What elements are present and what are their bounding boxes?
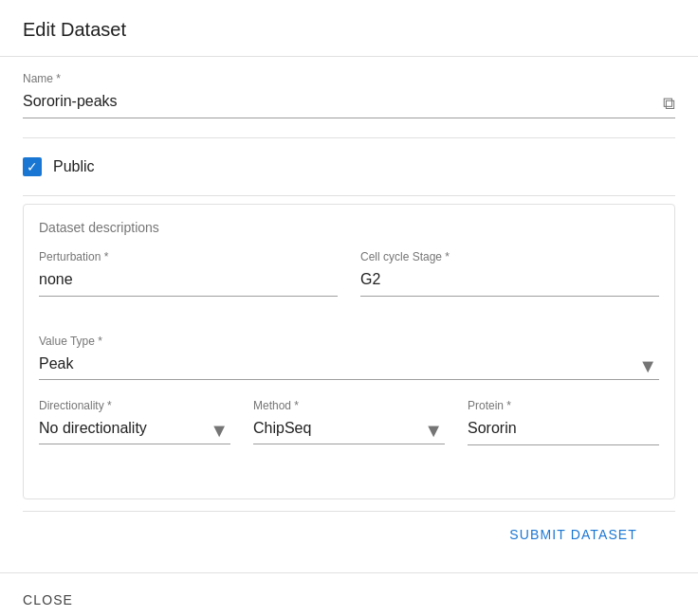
directionality-select[interactable]: No directionality (39, 416, 230, 440)
protein-field-group: Protein * (468, 399, 659, 445)
edit-icon: ⧉ (663, 94, 675, 114)
close-footer: CLOSE (0, 572, 698, 616)
name-field-group: Name * ⧉ (23, 72, 675, 118)
value-type-label: Value Type * (39, 335, 659, 348)
cell-cycle-stage-input-wrapper (360, 267, 659, 297)
submit-dataset-button[interactable]: SUBMIT DATASET (494, 519, 652, 550)
descriptions-section: Dataset descriptions Perturbation * Cell… (23, 204, 675, 499)
perturbation-input[interactable] (39, 267, 338, 292)
dialog-title: Edit Dataset (23, 19, 675, 41)
descriptions-section-title: Dataset descriptions (39, 220, 659, 235)
perturbation-label: Perturbation * (39, 250, 338, 263)
submit-footer: SUBMIT DATASET (23, 511, 675, 557)
method-select-wrapper: ChipSeq ▼ (253, 416, 445, 444)
directionality-select-wrapper: No directionality ▼ (39, 416, 230, 444)
divider-1 (23, 137, 675, 138)
divider-2 (23, 195, 675, 196)
perturbation-cellcycle-row: Perturbation * Cell cycle Stage * (39, 250, 659, 316)
public-checkbox-row[interactable]: ✓ Public (23, 146, 675, 188)
cell-cycle-stage-label: Cell cycle Stage * (360, 250, 659, 263)
value-type-select[interactable]: Peak (39, 352, 659, 375)
method-field-group: Method * ChipSeq ▼ (253, 399, 445, 445)
edit-dataset-dialog: Edit Dataset Name * ⧉ ✓ Public Dataset d… (0, 0, 698, 616)
directionality-field-group: Directionality * No directionality ▼ (39, 399, 230, 445)
cell-cycle-stage-input[interactable] (360, 267, 659, 292)
dialog-header: Edit Dataset (0, 0, 698, 57)
method-label: Method * (253, 399, 445, 412)
public-checkbox[interactable]: ✓ (23, 157, 42, 176)
dialog-body: Name * ⧉ ✓ Public Dataset descriptions P… (0, 57, 698, 572)
name-label: Name * (23, 72, 675, 85)
value-type-field-group: Value Type * Peak ▼ (39, 335, 659, 380)
method-select[interactable]: ChipSeq (253, 416, 445, 440)
perturbation-field-group: Perturbation * (39, 250, 338, 297)
protein-input-wrapper (468, 416, 659, 445)
perturbation-input-wrapper (39, 267, 338, 297)
directionality-method-protein-row: Directionality * No directionality ▼ Met… (39, 399, 659, 464)
protein-label: Protein * (468, 399, 659, 412)
value-type-select-wrapper: Peak ▼ (39, 352, 659, 380)
public-label: Public (53, 158, 95, 175)
protein-input[interactable] (468, 416, 659, 441)
name-input-wrapper: ⧉ (23, 89, 675, 118)
name-input[interactable] (23, 89, 675, 114)
checkmark-icon: ✓ (27, 160, 38, 173)
cell-cycle-stage-field-group: Cell cycle Stage * (360, 250, 659, 297)
close-button[interactable]: CLOSE (23, 589, 73, 611)
value-type-row: Value Type * Peak ▼ (39, 335, 659, 380)
directionality-label: Directionality * (39, 399, 230, 412)
